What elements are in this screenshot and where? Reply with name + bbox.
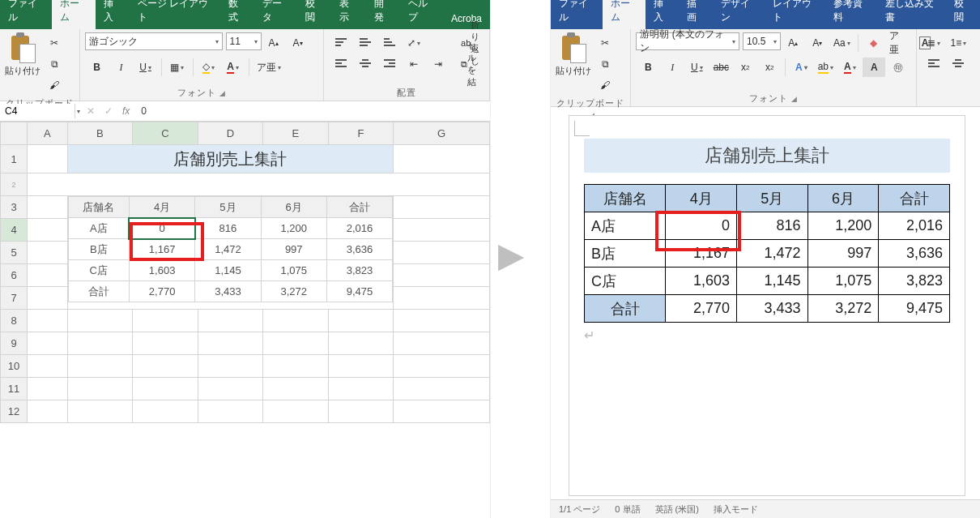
align-middle-icon[interactable] [354,33,377,53]
wcell-c3[interactable]: 1,145 [736,268,807,295]
status-page[interactable]: 1/1 ページ [559,503,600,516]
wcell-t5[interactable]: 9,475 [879,295,950,323]
bold-button[interactable]: B [637,58,659,77]
copy-icon[interactable]: ⧉ [43,54,66,74]
shrink-font-icon[interactable]: A▾ [806,33,829,53]
highlight-color-icon[interactable]: ab▾ [814,58,837,77]
wcell-c2[interactable]: 1,603 [666,268,737,295]
col-header-f[interactable]: F [328,122,394,145]
data-table[interactable]: 店舗名 4月 5月 6月 合計 A店 0 816 1,200 [68,196,394,302]
cell-e4[interactable]: 1,200 [261,218,326,239]
text-effects-icon[interactable]: A▾ [790,58,812,77]
cell-e6[interactable]: 1,075 [261,260,326,281]
wcell-b5[interactable]: 3,636 [879,240,950,268]
font-launcher-icon[interactable]: ◢ [219,89,226,97]
increase-indent-icon[interactable]: ⇥ [427,54,450,74]
status-mode[interactable]: 挿入モード [714,503,758,516]
sheet-title[interactable]: 店舗別売上集計 [68,145,394,173]
wcell-b1[interactable]: B店 [585,240,666,268]
wcell-t4[interactable]: 3,272 [807,295,879,323]
tab-mailings[interactable]: 差し込み文書 [877,0,947,29]
row-header-5[interactable]: 5 [1,242,28,264]
cell-c7[interactable]: 2,770 [129,281,194,302]
col-header-d[interactable]: D [198,122,263,145]
doc-title[interactable]: 店舗別売上集計 [584,139,950,173]
copy-icon[interactable]: ⧉ [594,54,616,74]
th-apr[interactable]: 4月 [129,197,194,218]
align-center-icon[interactable] [947,54,969,74]
status-words[interactable]: 0 単語 [615,503,640,516]
align-top-icon[interactable] [330,33,352,53]
row-header-6[interactable]: 6 [1,264,28,287]
align-right-icon[interactable] [378,54,401,74]
col-header-c[interactable]: C [133,122,198,145]
bold-button[interactable]: B [86,58,109,77]
col-header-a[interactable]: A [28,122,68,145]
paste-icon[interactable] [8,32,36,63]
font-name-combo[interactable]: 游明朝 (本文のフォン▾ [636,32,739,50]
tab-home[interactable]: ホーム [52,0,95,29]
orientation-icon[interactable]: ⤢▾ [403,33,425,53]
word-data-table[interactable]: 店舗名 4月 5月 6月 合計 A店 0 816 1,200 2,016 B店 … [584,184,950,323]
row-header-7[interactable]: 7 [1,287,28,310]
wcell-b3[interactable]: 1,472 [736,240,807,268]
align-left-icon[interactable] [922,54,945,74]
cell-b6[interactable]: C店 [68,260,129,281]
tab-insert[interactable]: 挿入 [646,0,680,29]
worksheet-grid[interactable]: A B C D E F G 1 店舗別売上集計 2 3 店舗 [0,122,490,423]
font-launcher-icon[interactable]: ◢ [791,95,798,103]
font-size-combo[interactable]: 11▾ [226,32,262,50]
wcell-a1[interactable]: A店 [585,212,666,240]
change-case-icon[interactable]: Aa▾ [830,33,853,53]
row-header-11[interactable]: 11 [1,378,28,400]
numbering-icon[interactable]: 1≡▾ [947,33,969,53]
font-color-button[interactable]: A▾ [222,58,245,77]
tab-review[interactable]: 校閲 [946,0,980,29]
th-jun[interactable]: 6月 [261,197,326,218]
clear-format-icon[interactable]: ◆ [862,33,884,53]
cut-icon[interactable]: ✂ [594,33,616,53]
tab-view[interactable]: 表示 [331,0,365,29]
paste-icon[interactable] [559,32,586,63]
formula-input[interactable]: 0 [136,105,490,117]
cell-f4[interactable]: 2,016 [326,218,392,239]
grow-font-icon[interactable]: A▴ [782,33,804,53]
row-header-10[interactable]: 10 [1,355,28,378]
tab-page-layout[interactable]: ページ レイアウト [130,0,220,29]
phonetic-guide-icon[interactable]: ア亜 [886,33,912,53]
border-button[interactable]: ▦▾ [166,58,189,77]
wth-store[interactable]: 店舗名 [585,185,666,212]
bullets-icon[interactable]: ≣▾ [922,33,945,53]
align-left-icon[interactable] [330,54,352,74]
status-lang[interactable]: 英語 (米国) [655,503,699,516]
tab-help[interactable]: ヘルプ [400,0,443,29]
superscript-icon[interactable]: x2 [758,58,781,77]
decrease-indent-icon[interactable]: ⇤ [403,54,425,74]
underline-button[interactable]: U▾ [134,58,157,77]
name-box[interactable] [0,104,75,118]
word-page[interactable]: 店舗別売上集計 店舗名 4月 5月 6月 合計 A店 0 816 1,200 2… [569,115,965,496]
row-header-9[interactable]: 9 [1,332,28,355]
tab-references[interactable]: 参考資料 [825,0,877,29]
phonetic-guide-icon[interactable]: ア亜▾ [254,58,284,77]
cell-b5[interactable]: B店 [68,239,129,260]
col-header-e[interactable]: E [263,122,329,145]
format-painter-icon[interactable]: 🖌 [43,75,66,95]
cut-icon[interactable]: ✂ [43,33,66,53]
wcell-t3[interactable]: 3,433 [736,295,807,323]
tab-review[interactable]: 校閲 [297,0,331,29]
cell-c5[interactable]: 1,167 [129,239,194,260]
cell-b4[interactable]: A店 [68,218,129,239]
tab-file[interactable]: ファイル [551,0,603,29]
enclose-char-icon[interactable]: ㊞ [887,58,910,77]
cell-d4[interactable]: 816 [195,218,261,239]
row-header-12[interactable]: 12 [1,400,28,423]
wth-total[interactable]: 合計 [879,185,950,212]
wcell-c1[interactable]: C店 [585,268,666,295]
th-total[interactable]: 合計 [326,197,392,218]
font-color-button[interactable]: A▾ [838,58,861,77]
wcell-a3[interactable]: 816 [736,212,807,240]
tab-design[interactable]: デザイン [713,0,765,29]
paste-button[interactable]: 貼り付け [556,65,591,77]
row-header-4[interactable]: 4 [1,219,28,242]
